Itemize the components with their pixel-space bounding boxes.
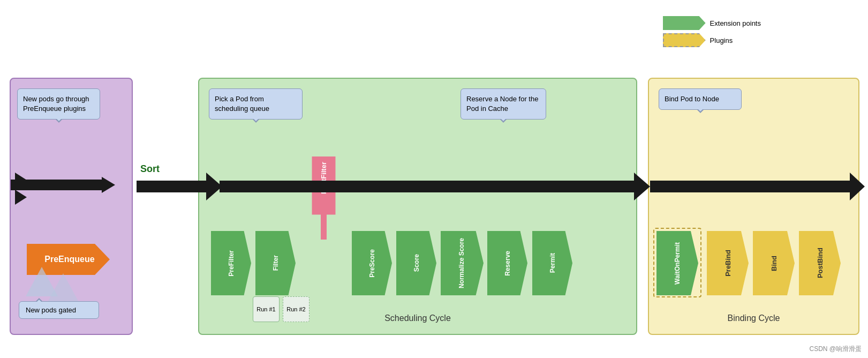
postfilter-arrow: PostFilter [309, 156, 338, 240]
preenqueue-description-text: New pods go through PreEnqueue plugins [23, 95, 89, 113]
filter-arrow: Filter [255, 231, 296, 295]
legend-extension-label: Extension points [710, 19, 761, 27]
waitonpermit-label: WaitOnPermit [674, 242, 681, 285]
sort-arrow-body [137, 181, 209, 192]
sort-arrow-head [206, 173, 222, 200]
filter-label: Filter [272, 255, 280, 271]
bind-label: Bind [770, 256, 778, 271]
preenqueue-area: New pods go through PreEnqueue plugins P… [10, 78, 133, 335]
preenqueue-label: PreEnqueue [42, 255, 94, 264]
preenqueue-arrow-head [102, 177, 115, 193]
legend-plugins-label: Plugins [710, 36, 733, 44]
binding-main-arrow-body [650, 181, 854, 192]
gated-triangle-2 [47, 273, 79, 303]
scheduling-cycle-label: Scheduling Cycle [384, 314, 451, 323]
scheduling-main-arrow-body [220, 181, 637, 192]
pick-pod-text: Pick a Pod from scheduling queue [215, 95, 269, 113]
normalize-score-label: Normalize Score [458, 238, 465, 288]
postbind-arrow: PostBind [799, 231, 841, 295]
bind-arrow: Bind [753, 231, 795, 295]
legend-yellow-arrow [663, 33, 706, 47]
run1-label: Run #1 [256, 306, 275, 312]
binding-cycle-label: Binding Cycle [728, 314, 780, 323]
prefilter-arrow: PreFilter [211, 231, 251, 295]
new-pods-gated-bubble: New pods gated [19, 301, 99, 319]
sort-label: Sort [140, 163, 160, 175]
reserve-node-text: Reserve a Node for the Pod in Cache [466, 95, 538, 113]
prebind-label: PreBind [724, 250, 732, 277]
postbind-label: PostBind [816, 248, 824, 278]
binding-cycle-area: Bind Pod to Node WaitOnPermit PreBind Bi… [648, 78, 859, 335]
normalize-score-arrow: Normalize Score [441, 231, 484, 295]
prescore-arrow: PreScore [352, 231, 392, 295]
diagram-container: Extension points Plugins New pods go thr… [0, 0, 868, 358]
binding-main-arrow-head [850, 173, 865, 200]
reserve-arrow: Reserve [487, 231, 527, 295]
scheduling-cycle-area: Pick a Pod from scheduling queue Reserve… [198, 78, 637, 335]
preenqueue-main-arrow [11, 180, 104, 190]
legend-green-arrow [663, 16, 706, 30]
waitonpermit-arrow: WaitOnPermit [656, 231, 698, 295]
preenqueue-speech-bubble: New pods go through PreEnqueue plugins [17, 88, 100, 120]
bind-pod-bubble: Bind Pod to Node [659, 88, 742, 110]
input-arrow-2 [15, 190, 27, 205]
score-label: Score [413, 254, 420, 272]
permit-label: Permit [549, 253, 556, 273]
new-pods-gated-text: New pods gated [26, 306, 76, 314]
run1-box: Run #1 [253, 296, 280, 322]
permit-arrow: Permit [532, 231, 572, 295]
score-arrow: Score [396, 231, 436, 295]
watermark: CSDN @响滑滑蛋 [809, 345, 862, 354]
run2-box: Run #2 [283, 296, 310, 322]
bind-pod-text: Bind Pod to Node [665, 95, 719, 103]
prefilter-label: PreFilter [228, 250, 235, 277]
scheduling-main-arrow-head [634, 173, 650, 200]
legend-plugins: Plugins [663, 33, 761, 47]
prebind-arrow: PreBind [707, 231, 749, 295]
reserve-label: Reserve [504, 251, 511, 276]
legend: Extension points Plugins [663, 16, 761, 47]
run2-label: Run #2 [286, 306, 305, 312]
legend-extension-points: Extension points [663, 16, 761, 30]
pick-pod-bubble: Pick a Pod from scheduling queue [209, 88, 303, 120]
reserve-node-bubble: Reserve a Node for the Pod in Cache [461, 88, 546, 120]
prescore-label: PreScore [368, 249, 376, 278]
